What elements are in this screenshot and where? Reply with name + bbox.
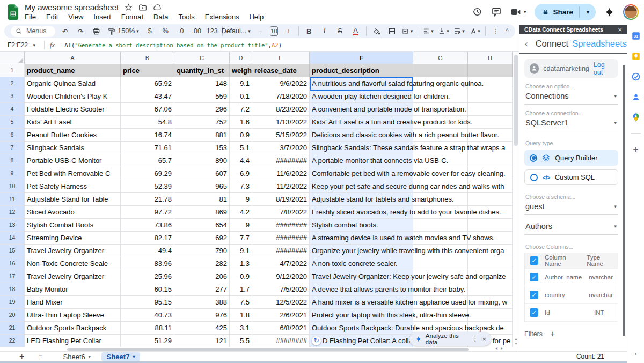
cell-description[interactable]: Travel Jewelry Organizer: Keep your jewe… — [310, 270, 413, 283]
logout-link[interactable]: Log out — [594, 61, 613, 76]
checkbox-checked-icon[interactable]: ✓ — [530, 273, 538, 281]
row-header-22[interactable]: 22 — [0, 335, 25, 347]
column-header-C[interactable]: C — [174, 52, 230, 64]
cell-weight[interactable]: 0.1 — [230, 90, 252, 103]
formula-input[interactable]: =AI("Generate a short description based … — [61, 42, 282, 48]
cell-quantity[interactable]: 607 — [174, 167, 230, 180]
cell-product-name[interactable]: Kids' Art Easel — [25, 116, 121, 129]
row-header-3[interactable]: 3 — [0, 90, 25, 103]
cell-weight[interactable]: 7.2 — [230, 103, 252, 116]
table-select[interactable]: Authors▾ — [524, 220, 618, 235]
cell-empty[interactable] — [468, 90, 513, 103]
cell-empty[interactable] — [468, 257, 513, 270]
cell-weight[interactable]: 5.1 — [230, 142, 252, 154]
row-header-17[interactable]: 17 — [0, 270, 25, 283]
format-currency-button[interactable]: $ — [144, 25, 155, 37]
scrollbar-thumb[interactable] — [514, 55, 518, 146]
cell-empty[interactable] — [468, 154, 513, 167]
header-cell[interactable] — [413, 64, 468, 77]
cell-release-date[interactable]: 7/18/2020 — [252, 90, 310, 103]
cell-weight[interactable]: 3.1 — [230, 322, 252, 335]
row-header-2[interactable]: 2 — [0, 77, 25, 90]
column-header-G[interactable]: G — [413, 52, 468, 64]
cell-product-name[interactable]: LED Flashing Pet Collar — [25, 335, 121, 347]
cloud-status-icon[interactable] — [153, 4, 162, 11]
fill-color-button[interactable] — [371, 25, 382, 37]
gemini-sparkle-icon[interactable] — [604, 7, 614, 17]
more-options-icon[interactable]: ⋮ — [472, 335, 478, 343]
print-button[interactable] — [91, 25, 102, 37]
cell-description[interactable]: ↻D Flashing Pet Collar: A collafor pe — [310, 335, 413, 347]
cell-weight[interactable]: 9 — [230, 219, 252, 232]
cell-quantity[interactable]: 277 — [174, 283, 230, 296]
scroll-down-icon[interactable]: ▾ — [515, 342, 517, 345]
column-header-D[interactable]: D — [230, 52, 252, 64]
cell-weight[interactable]: 7.3 — [230, 180, 252, 193]
checkbox-checked-icon[interactable]: ✓ — [530, 308, 538, 317]
cell-price[interactable]: 40.73 — [121, 309, 174, 322]
header-cell[interactable]: release_date — [252, 64, 310, 77]
zoom-select[interactable]: 150%▾ — [122, 25, 135, 37]
menu-tools[interactable]: Tools — [178, 13, 194, 21]
cell-quantity[interactable]: 976 — [174, 309, 230, 322]
cell-product-name[interactable]: Adjustable Stand for Table — [25, 193, 121, 206]
add-filter-icon[interactable]: + — [550, 329, 555, 339]
cell-product-name[interactable]: Ultra-Thin Laptop Sleeve — [25, 309, 121, 322]
cell-release-date[interactable]: 7/5/2020 — [252, 283, 310, 296]
cell-description[interactable]: Comfortable pet bed with a removable cov… — [310, 167, 413, 180]
radio-selected-icon[interactable] — [530, 154, 537, 162]
row-header-19[interactable]: 19 — [0, 296, 25, 309]
cell-price[interactable]: 25.96 — [121, 270, 174, 283]
format-percent-button[interactable]: % — [160, 25, 171, 37]
cell-release-date[interactable]: 8/23/2020 — [252, 103, 310, 116]
strikethrough-button[interactable]: S — [335, 25, 346, 37]
cell-weight[interactable]: 0.9 — [230, 270, 252, 283]
column-header-H[interactable]: H — [468, 52, 513, 64]
row-header-12[interactable]: 12 — [0, 206, 25, 219]
chevron-down-icon[interactable]: ▾ — [89, 354, 91, 359]
row-header-9[interactable]: 9 — [0, 167, 25, 180]
horizontal-align-button[interactable]: ▾ — [423, 25, 434, 37]
cell-quantity[interactable]: 752 — [174, 116, 230, 129]
cell-description[interactable]: Outdoor Sports Backpack: Durable and spa… — [310, 322, 413, 335]
menu-data[interactable]: Data — [153, 13, 168, 21]
cell-product-name[interactable]: Hand Mixer — [25, 296, 121, 309]
undo-button[interactable]: ↶ — [60, 25, 71, 37]
row-header-16[interactable]: 16 — [0, 257, 25, 270]
cell-description[interactable]: A nutritious and flavorful salad featuri… — [310, 77, 413, 90]
cell-product-name[interactable]: Pet Bed with Removable C — [25, 167, 121, 180]
option-select[interactable]: Connections▾ — [524, 90, 618, 105]
cell-quantity[interactable]: 869 — [174, 206, 230, 219]
close-icon[interactable]: × — [618, 26, 622, 34]
row-header-18[interactable]: 18 — [0, 283, 25, 296]
cell-description[interactable]: Freshly sliced avocados, ready to add to… — [310, 206, 413, 219]
sheet-tab-sheet7[interactable]: Sheet7▾ — [101, 352, 141, 361]
cell-release-date[interactable]: 4/7/2022 — [252, 257, 310, 270]
cell-product-name[interactable]: Portable USB-C Monitor — [25, 154, 121, 167]
move-folder-icon[interactable] — [138, 4, 147, 11]
cell-quantity[interactable]: 654 — [174, 219, 230, 232]
analyze-data-popup[interactable]: Analyze this data ⋮ × — [409, 332, 491, 346]
cell-quantity[interactable]: 121 — [174, 335, 230, 347]
cell-release-date[interactable]: 9/12/2020 — [252, 270, 310, 283]
google-calendar-icon[interactable]: 31 — [631, 31, 641, 41]
query-builder-option[interactable]: Query Builder — [524, 150, 618, 166]
cell-product-name[interactable]: Organic Quinoa Salad — [25, 77, 121, 90]
row-header-15[interactable]: 15 — [0, 245, 25, 257]
cell-price[interactable]: 52.39 — [121, 180, 174, 193]
cell-release-date[interactable]: ######## — [252, 245, 310, 257]
cell-product-name[interactable]: Travel Jewelry Organizer — [25, 245, 121, 257]
cell-description[interactable]: Keep your pet safe and secure during car… — [310, 180, 413, 193]
chevron-down-icon[interactable]: ▾ — [524, 9, 526, 14]
cell-release-date[interactable]: ######## — [252, 154, 310, 167]
google-tasks-icon[interactable] — [631, 72, 641, 82]
cell-product-name[interactable]: Pet Safety Harness — [25, 180, 121, 193]
cell-description[interactable]: A portable monitor that connects via USB… — [310, 154, 413, 167]
cell-weight[interactable]: 7.7 — [230, 232, 252, 245]
row-header-10[interactable]: 10 — [0, 180, 25, 193]
cell-product-name[interactable]: Foldable Electric Scooter — [25, 103, 121, 116]
row-header-6[interactable]: 6 — [0, 129, 25, 142]
google-sheets-logo[interactable] — [7, 4, 19, 20]
cell-price[interactable]: 83.96 — [121, 257, 174, 270]
cell-quantity[interactable]: 425 — [174, 322, 230, 335]
